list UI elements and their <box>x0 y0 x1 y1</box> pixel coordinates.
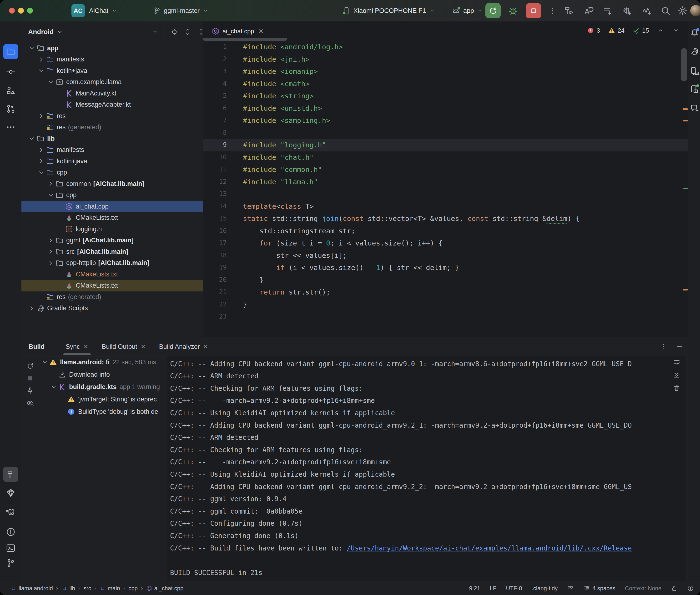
tree-item-kotlin-java[interactable]: kotlin+java <box>22 65 218 77</box>
chevron-down-icon[interactable] <box>50 383 58 391</box>
profiler-button[interactable] <box>642 5 652 16</box>
stripe-project[interactable] <box>3 44 18 59</box>
clear-console-icon[interactable] <box>673 384 680 392</box>
stripe-app-quality-insights[interactable] <box>3 485 18 501</box>
stripe-gemini[interactable] <box>689 103 700 113</box>
tree-item-manifests[interactable]: manifests <box>22 144 218 156</box>
close-tab-icon[interactable]: ✕ <box>203 343 208 350</box>
indent-setting[interactable]: 4 spaces <box>584 585 615 592</box>
chevron-right-icon[interactable] <box>37 55 46 63</box>
tree-item-gradle-scripts[interactable]: Gradle Scripts <box>22 303 208 314</box>
build-tree-item[interactable]: 'jvmTarget: String' is deprec <box>59 393 157 405</box>
stripe-running-devices[interactable] <box>689 84 700 94</box>
rerun-sync-icon[interactable] <box>26 362 34 370</box>
build-tree-item[interactable]: llama.android: fi22 sec, 583 ms <box>40 356 156 368</box>
build-console[interactable]: C/C++: -- Using KleidiAI optimized kerne… <box>167 356 686 581</box>
stripe-structure[interactable] <box>3 83 18 98</box>
breadcrumb-item-lib[interactable]: lib <box>61 585 75 592</box>
chevron-right-icon[interactable] <box>27 304 36 312</box>
chevron-down-icon[interactable] <box>46 78 55 86</box>
next-problem-icon[interactable] <box>672 27 679 34</box>
breadcrumb-item-cpp[interactable]: cpp <box>129 585 138 592</box>
stop-button[interactable] <box>526 3 541 18</box>
chevron-down-icon[interactable] <box>37 169 46 177</box>
stripe-build[interactable] <box>3 467 18 482</box>
build-tab-build-output[interactable]: Build Output✕ <box>95 337 152 356</box>
zoom-window-button[interactable] <box>27 8 33 13</box>
tree-item-ggml[interactable]: ggml[AiChat.lib.main] <box>22 235 228 246</box>
expand-all-icon[interactable] <box>184 28 192 36</box>
more-run-actions-button[interactable] <box>548 5 557 16</box>
tree-item-cpp[interactable]: cpp <box>22 190 228 201</box>
stripe-mark[interactable] <box>682 188 688 189</box>
tree-item-kotlin-java[interactable]: kotlin+java <box>22 155 218 167</box>
problems-indicator[interactable] <box>687 585 694 592</box>
tree-item-common[interactable]: common[AiChat.lib.main] <box>22 178 228 190</box>
tree-item-cpp-httplib[interactable]: cpp-httplib[AiChat.lib.main] <box>22 257 228 269</box>
stripe-notifications[interactable] <box>689 28 700 38</box>
stop-sync-icon[interactable] <box>26 374 34 382</box>
search-everywhere-button[interactable] <box>660 5 671 16</box>
tree-item-res[interactable]: res(generated) <box>22 291 218 303</box>
avatar[interactable] <box>690 5 700 17</box>
build-output-link[interactable]: /Users/hanyin/Workspace/ai-chat/examples… <box>347 544 632 552</box>
tree-item-cpp[interactable]: cpp <box>22 167 218 178</box>
tree-item-manifests[interactable]: manifests <box>22 54 218 65</box>
close-tab-icon[interactable]: ✕ <box>141 343 146 350</box>
chevron-down-icon[interactable] <box>46 191 55 199</box>
build-tree-item[interactable]: Download info <box>50 369 110 380</box>
tree-item-src[interactable]: src[AiChat.lib.main] <box>22 246 228 257</box>
locate-file-icon[interactable] <box>171 28 178 36</box>
chevron-right-icon[interactable] <box>37 112 46 120</box>
tree-item-res[interactable]: res <box>22 110 218 122</box>
breadcrumb-item-src[interactable]: src <box>84 585 91 592</box>
filter-view-icon[interactable] <box>26 399 34 407</box>
prev-problem-icon[interactable] <box>657 27 664 34</box>
encoding[interactable]: UTF-8 <box>506 585 522 592</box>
pin-icon[interactable] <box>26 387 34 395</box>
caret-position[interactable]: 9:21 <box>469 585 480 592</box>
inspections-widget[interactable]: 3 24 15 <box>587 25 679 36</box>
breadcrumb-item-llama-android[interactable]: llama.android <box>10 585 53 592</box>
build-tree-item[interactable]: build.gradle.ktsapp 1 warning <box>50 381 160 393</box>
hide-panel-icon[interactable] <box>676 343 683 350</box>
project-switcher[interactable]: AiChat <box>89 0 117 22</box>
stripe-pull-requests[interactable] <box>3 101 18 116</box>
rerun-button[interactable] <box>485 3 501 18</box>
minimize-window-button[interactable] <box>18 8 24 13</box>
stripe-more-tool-windows[interactable] <box>3 119 18 135</box>
apply-changes-button[interactable] <box>583 5 593 16</box>
branch-switcher[interactable]: ggml-master <box>153 0 208 22</box>
chevron-down-icon[interactable] <box>27 44 36 52</box>
tree-item-lib[interactable]: lib <box>22 133 208 144</box>
chevron-down-icon[interactable] <box>40 358 49 366</box>
stripe-problems[interactable] <box>3 524 18 540</box>
chevron-right-icon[interactable] <box>46 248 55 256</box>
breadcrumb-item-ai-chat-cpp[interactable]: Cai_chat.cpp <box>146 585 184 592</box>
device-selector[interactable]: Xiaomi POCOPHONE F1 <box>342 0 435 22</box>
editor-vertical-scrollbar[interactable] <box>681 48 687 81</box>
chevron-down-icon[interactable] <box>27 135 36 143</box>
stripe-terminal[interactable] <box>3 540 18 556</box>
context[interactable]: Context: None <box>625 585 662 592</box>
breadcrumb[interactable]: llama.android›lib›src›main›cpp›Cai_chat.… <box>10 585 184 592</box>
run-configuration-selector[interactable]: app <box>451 0 483 22</box>
readonly-toggle[interactable] <box>671 585 678 592</box>
stripe-version-control[interactable] <box>3 556 18 571</box>
close-tab-icon[interactable]: ✕ <box>83 343 89 350</box>
chevron-right-icon[interactable] <box>46 259 55 267</box>
apply-code-changes-button[interactable] <box>603 5 613 16</box>
stripe-mark[interactable] <box>682 120 688 121</box>
debug-button[interactable] <box>508 5 518 16</box>
settings-button[interactable] <box>677 5 688 16</box>
tree-item-res[interactable]: res(generated) <box>22 122 218 133</box>
stripe-device-manager[interactable] <box>689 66 700 76</box>
scroll-to-end-icon[interactable] <box>673 371 680 379</box>
breadcrumb-item-main[interactable]: main <box>100 585 120 592</box>
build-tree-item[interactable]: BuildType 'debug' is both de <box>59 406 158 418</box>
formatter-indicator[interactable] <box>567 585 574 592</box>
stripe-gradle[interactable] <box>689 46 700 57</box>
stripe-mark[interactable] <box>682 108 688 110</box>
stripe-commit[interactable] <box>3 64 18 80</box>
build-tab-build-analyzer[interactable]: Build Analyzer✕ <box>152 337 215 356</box>
